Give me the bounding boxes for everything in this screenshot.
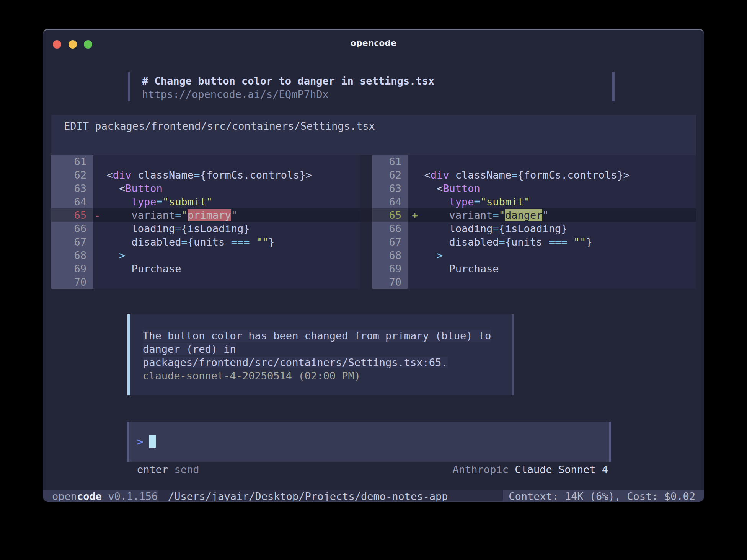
code-text: <div className={formCs.controls}>: [93, 168, 360, 182]
diff-line-new-68: 68 >: [372, 249, 696, 262]
input-prompt-line: >: [137, 435, 156, 448]
status-context-cost: Context: 14K (6%), Cost: $0.02: [503, 490, 704, 502]
line-number: 63: [51, 182, 93, 195]
prompt-quote-bar-left: [128, 72, 130, 101]
diff-line-old-69: 69 Purchase: [51, 262, 360, 275]
prompt-input[interactable]: >: [129, 422, 609, 462]
diff-line-old-66: 66 loading={isLoading}: [51, 222, 360, 235]
diff-line-old-70: 70: [51, 275, 360, 289]
line-number: 68: [51, 249, 93, 262]
message-text-line: packages/frontend/src/containers/Setting…: [143, 356, 491, 369]
line-number: 67: [51, 235, 93, 249]
status-app-version: opencode v0.1.156: [43, 490, 158, 502]
line-number: 65: [372, 208, 408, 222]
line-number: 69: [51, 262, 93, 275]
line-number: 64: [51, 195, 93, 208]
diff-line-old-67: 67 disabled={units === ""}: [51, 235, 360, 249]
share-url-link[interactable]: https://opencode.ai/s/EQmP7hDx: [142, 88, 329, 101]
text-cursor: [149, 435, 156, 448]
line-number: 67: [372, 235, 408, 249]
code-text: <Button: [93, 182, 360, 195]
code-text: type="submit": [93, 195, 360, 208]
status-project-path: /Users/jayair/Desktop/Projects/demo-note…: [168, 490, 448, 502]
line-number: 66: [51, 222, 93, 235]
message-text-line: The button color has been changed from p…: [143, 329, 491, 342]
hint-action: send: [168, 464, 199, 475]
diff-line-old-68: 68 >: [51, 249, 360, 262]
diff-pane-old: 6162 <div className={formCs.controls}>63…: [51, 155, 360, 289]
code-text: >: [93, 249, 360, 262]
line-number: 68: [372, 249, 408, 262]
edit-block-header: EDIT packages/frontend/src/containers/Se…: [51, 115, 696, 155]
code-text: >: [408, 249, 696, 262]
line-number: 61: [372, 155, 408, 168]
diff-line-new-64: 64 type="submit": [372, 195, 696, 208]
code-text: type="submit": [408, 195, 696, 208]
line-number: 69: [372, 262, 408, 275]
diff-line-old-61: 61: [51, 155, 360, 168]
prompt-chevron: >: [137, 436, 143, 448]
message-model-timestamp: claude-sonnet-4-20250514 (02:00 PM): [143, 369, 491, 383]
prompt-quote-bar-right: [612, 72, 615, 101]
status-bar: opencode v0.1.156 /Users/jayair/Desktop/…: [43, 490, 704, 502]
model-provider: Anthropic: [453, 464, 515, 475]
edit-file-title: EDIT packages/frontend/src/containers/Se…: [64, 119, 375, 133]
code-text: <Button: [408, 182, 696, 195]
message-scrollbar[interactable]: [512, 314, 514, 395]
diff-line-old-63: 63 <Button: [51, 182, 360, 195]
code-text: disabled={units === ""}: [93, 235, 360, 249]
assistant-message: The button color has been changed from p…: [127, 314, 514, 395]
code-text: loading={isLoading}: [408, 222, 696, 235]
diff-line-old-65: 65- variant="primary": [51, 208, 360, 222]
line-number: 63: [372, 182, 408, 195]
input-border-right: [609, 422, 611, 462]
code-text: [408, 155, 696, 168]
code-text: loading={isLoading}: [93, 222, 360, 235]
hint-key: enter: [137, 464, 168, 475]
diff-line-old-62: 62 <div className={formCs.controls}>: [51, 168, 360, 182]
app-window: opencode # Change button color to danger…: [43, 29, 704, 502]
keybind-hint: enter send: [137, 463, 199, 476]
diff-pane-new: 6162 <div className={formCs.controls}>63…: [372, 155, 696, 289]
window-title: opencode: [43, 37, 704, 49]
line-number: 70: [51, 275, 93, 289]
line-number: 61: [51, 155, 93, 168]
diff-line-old-64: 64 type="submit": [51, 195, 360, 208]
line-number: 62: [51, 168, 93, 182]
message-content: The button color has been changed from p…: [143, 329, 491, 383]
code-text: [93, 275, 360, 289]
line-number: 64: [372, 195, 408, 208]
code-text: - variant="primary": [93, 208, 360, 222]
line-number: 65: [51, 208, 93, 222]
diff-line-new-70: 70: [372, 275, 696, 289]
code-text: [93, 155, 360, 168]
diff-line-new-67: 67 disabled={units === ""}: [372, 235, 696, 249]
line-number: 70: [372, 275, 408, 289]
diff-line-new-65: 65+ variant="danger": [372, 208, 696, 222]
diff-line-new-62: 62 <div className={formCs.controls}>: [372, 168, 696, 182]
code-text: disabled={units === ""}: [408, 235, 696, 249]
diff-line-new-69: 69 Purchase: [372, 262, 696, 275]
app-version: v0.1.156: [102, 490, 158, 502]
diff-line-new-66: 66 loading={isLoading}: [372, 222, 696, 235]
code-text: + variant="danger": [408, 208, 696, 222]
user-prompt-heading: # Change button color to danger in setti…: [142, 74, 434, 88]
code-text: Purchase: [408, 262, 696, 275]
model-name: Claude Sonnet 4: [515, 464, 608, 475]
code-text: [408, 275, 696, 289]
diff-line-new-61: 61: [372, 155, 696, 168]
message-text-line: danger (red) in: [143, 342, 491, 356]
app-name-open: open: [52, 490, 77, 502]
line-number: 66: [372, 222, 408, 235]
app-name-code: code: [77, 490, 102, 502]
prompt-input-block: >: [127, 422, 611, 462]
code-text: <div className={formCs.controls}>: [408, 168, 696, 182]
code-text: Purchase: [93, 262, 360, 275]
diff-line-new-63: 63 <Button: [372, 182, 696, 195]
model-indicator: Anthropic Claude Sonnet 4: [453, 463, 608, 476]
message-accent-bar: [127, 314, 130, 395]
line-number: 62: [372, 168, 408, 182]
